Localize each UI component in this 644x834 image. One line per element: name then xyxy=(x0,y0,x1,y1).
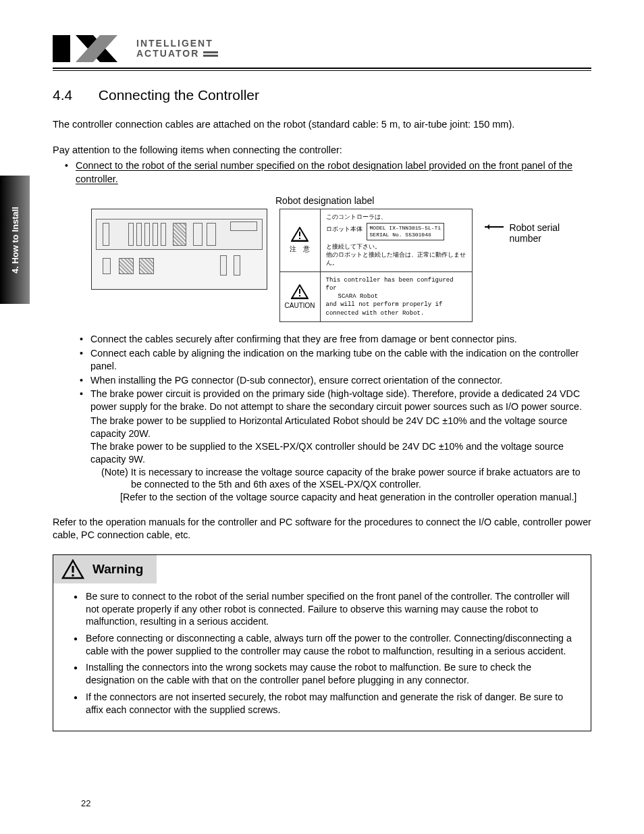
warning-title: Warning xyxy=(92,562,143,577)
bullet-3: When installing the PG connector (D-sub … xyxy=(80,374,591,387)
logo-text: INTELLIGENT ACTUATOR xyxy=(136,38,218,59)
ix-logo-icon xyxy=(53,34,127,63)
top-bullet-text: Connect to the robot of the serial numbe… xyxy=(76,160,572,184)
bullet-4-cont2: The brake power to be supplied to the XS… xyxy=(80,440,591,466)
top-bullet: Connect to the robot of the serial numbe… xyxy=(61,159,591,186)
jp-l4: 他のロボットと接続した場合は、正常に動作しません。 xyxy=(326,251,466,267)
svg-point-13 xyxy=(72,574,74,577)
note-line2: [Refer to the section of the voltage sou… xyxy=(80,491,591,504)
svg-rect-0 xyxy=(53,35,70,62)
figure: Robot designation label xyxy=(53,195,591,322)
logo-line1: INTELLIGENT xyxy=(136,38,218,49)
en-l2: SCARA Robot xyxy=(338,292,466,301)
jp-l2a: ロボット本体 xyxy=(326,226,363,234)
refer-text: Refer to the operation manuals for the c… xyxy=(53,516,591,542)
rule-thin xyxy=(53,70,591,71)
arrow-icon xyxy=(485,226,504,228)
svg-rect-4 xyxy=(299,232,300,236)
bullet-4: The brake power circuit is provided on t… xyxy=(80,388,591,413)
warning-item-2: Before connecting or disconnecting a cab… xyxy=(74,632,577,657)
section-heading: 4.4 Connecting the Controller xyxy=(53,87,591,103)
jp-serial: SERIAL No. S5301048 xyxy=(370,232,441,238)
jp-l3: と接続して下さい。 xyxy=(326,243,466,251)
serial-label: Robot serial number xyxy=(509,222,591,244)
logo-line2: ACTUATOR xyxy=(136,49,199,59)
page: 4. How to Install INTELLIGENT ACTUATOR 4… xyxy=(0,0,644,834)
note-line1: (Note) It is necessary to increase the v… xyxy=(90,466,591,492)
warning-header: Warning xyxy=(53,555,157,583)
label-plates: 注 意 このコントローラは、 ロボット本体 MODEL IX-TNN3015-5… xyxy=(279,209,473,322)
warning-item-4: If the connectors are not inserted secur… xyxy=(74,691,577,716)
controller-diagram xyxy=(91,209,267,290)
en-l1: This controller has been configured for xyxy=(326,276,466,292)
svg-rect-12 xyxy=(72,566,74,573)
top-bullet-list: Connect to the robot of the serial numbe… xyxy=(53,159,591,186)
warning-item-3: Installing the connectors into the wrong… xyxy=(74,661,577,686)
section-number: 4.4 xyxy=(53,87,95,103)
side-tab: 4. How to Install xyxy=(0,176,30,304)
warning-box: Warning Be sure to connect to the robot … xyxy=(53,554,591,732)
en-caution: CAUTION xyxy=(285,302,315,309)
logo-row: INTELLIGENT ACTUATOR xyxy=(53,34,591,63)
en-l3: and will not perform properly if connect… xyxy=(326,301,466,317)
logo-bars-icon xyxy=(203,51,218,57)
jp-caution: 注 意 xyxy=(290,244,310,254)
jp-model: MODEL IX-TNN3015-5L-T1 xyxy=(370,225,441,232)
serial-pointer: Robot serial number xyxy=(485,209,592,244)
jp-l1: このコントローラは、 xyxy=(326,213,466,221)
bullet-1: Connect the cables securely after confir… xyxy=(80,333,591,346)
label-jp: 注 意 このコントローラは、 ロボット本体 MODEL IX-TNN3015-5… xyxy=(279,209,473,272)
note-body1: It is necessary to increase the voltage … xyxy=(131,467,581,490)
warning-item-1: Be sure to connect to the robot of the s… xyxy=(74,590,577,628)
page-number: 22 xyxy=(81,798,90,808)
bullet-2: Connect each cable by aligning the indic… xyxy=(80,347,591,373)
caution-icon xyxy=(291,284,308,299)
warning-list: Be sure to connect to the robot of the s… xyxy=(74,590,577,716)
intro-1: The controller connection cables are att… xyxy=(53,118,591,132)
note-head: (Note) xyxy=(101,467,128,477)
rule-thick xyxy=(53,68,591,69)
warning-icon xyxy=(61,559,84,579)
side-tab-label: 4. How to Install xyxy=(10,207,20,273)
svg-rect-5 xyxy=(299,238,300,239)
label-en: CAUTION This controller has been configu… xyxy=(279,272,473,322)
detail-bullets: Connect the cables securely after confir… xyxy=(53,333,591,504)
bullet-4-cont1: The brake power to be supplied to Horizo… xyxy=(80,415,591,440)
caution-icon xyxy=(291,227,308,242)
figure-caption: Robot designation label xyxy=(275,195,591,206)
intro-2: Pay attention to the following items whe… xyxy=(53,144,591,157)
svg-rect-9 xyxy=(299,295,300,296)
section-title: Connecting the Controller xyxy=(99,87,259,103)
svg-rect-8 xyxy=(299,289,300,294)
